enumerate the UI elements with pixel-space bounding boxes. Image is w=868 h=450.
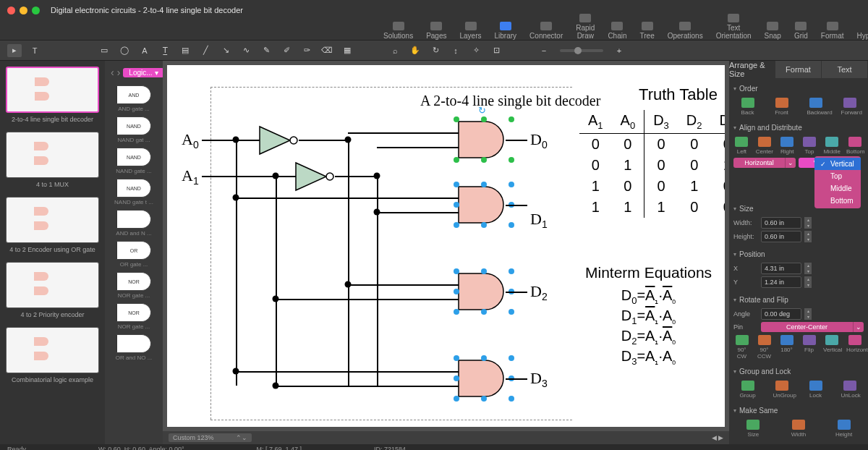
menu-solutions[interactable]: Solutions — [383, 22, 413, 40]
rotate-handle-icon[interactable]: ↻ — [478, 105, 488, 115]
valign-bottom[interactable]: Bottom — [814, 195, 861, 207]
zoom-tool[interactable]: ⌕ — [388, 44, 402, 57]
menu-hypernote[interactable]: Hypernote — [857, 22, 869, 40]
measure-tool[interactable]: ↕ — [448, 44, 463, 57]
inverter-a0[interactable] — [258, 124, 301, 156]
section-group[interactable]: Group and Lock — [733, 365, 864, 378]
section-position[interactable]: Position — [733, 248, 864, 260]
sameIcons-height[interactable]: Height — [835, 420, 853, 438]
canvas[interactable]: A 2-to-4 line single bit decoder A0 A1 — [167, 65, 725, 427]
width-input[interactable] — [761, 217, 801, 229]
x-stepper[interactable]: ▴▾ — [804, 263, 812, 274]
valign-vertical[interactable]: ✓Vertical — [814, 158, 861, 170]
minimize-icon[interactable] — [20, 7, 27, 14]
valign-top[interactable]: Top — [814, 170, 861, 182]
groupIcons-unlock[interactable]: UnLock — [841, 381, 859, 399]
menu-connector[interactable]: Connector — [529, 22, 563, 40]
library-shape[interactable]: NANDNAND gate t ... — [108, 179, 160, 205]
y-stepper[interactable]: ▴▾ — [804, 276, 812, 288]
library-shape[interactable]: NORNOR gate ... — [108, 272, 160, 299]
pin-select[interactable]: Center-Center — [761, 322, 854, 332]
pin-dropdown-icon[interactable]: ⌄ — [854, 322, 864, 332]
text-box-tool[interactable]: T̲ — [158, 44, 172, 57]
zoom-in-button[interactable]: + — [612, 44, 626, 57]
brush-tool[interactable]: ✑ — [299, 44, 314, 57]
library-shape[interactable]: OR and NO ... — [108, 334, 160, 361]
section-order[interactable]: Order — [733, 82, 864, 95]
rotIcons-90-cw[interactable]: 90° CW — [733, 335, 750, 360]
and-gate-d0[interactable] — [456, 119, 511, 160]
page-thumb[interactable]: 4 to 1 MUX — [6, 132, 99, 188]
rotIcons-horizontal[interactable]: Horizontal — [846, 335, 864, 360]
library-shape[interactable]: ANDAND gate ... — [108, 85, 160, 112]
sameIcons-width[interactable]: Width — [790, 420, 807, 438]
menu-snap[interactable]: Snap — [765, 22, 781, 40]
menu-chain[interactable]: Chain — [608, 22, 626, 40]
lib-back-icon[interactable]: ‹ — [111, 67, 114, 78]
angle-input[interactable] — [761, 308, 801, 320]
align-horizontal-button[interactable]: Horizontal — [733, 158, 786, 168]
alignIcons-bottom[interactable]: Bottom — [846, 137, 864, 155]
x-input[interactable] — [761, 263, 801, 274]
rotIcons-flip[interactable]: Flip — [801, 335, 817, 360]
height-stepper[interactable]: ▴▾ — [804, 231, 812, 242]
menu-library[interactable]: Library — [495, 22, 517, 40]
library-shape[interactable]: NANDNAND gat ... — [108, 116, 160, 143]
rotate-tool[interactable]: ↻ — [428, 44, 443, 57]
rotIcons-vertical[interactable]: Vertical — [823, 335, 841, 360]
valign-middle[interactable]: Middle — [814, 182, 861, 195]
page-thumb[interactable]: Combinatorial logic example — [6, 327, 99, 383]
orderIcons-backward[interactable]: Backward — [807, 98, 825, 116]
library-shape[interactable]: NORNOR gate ... — [108, 303, 160, 330]
page-thumb[interactable]: 4 to 2 Encoder using OR gate — [6, 197, 99, 253]
page-thumb[interactable]: 4 to 2 Priority encoder — [6, 262, 99, 318]
pen-tool[interactable]: ✎ — [259, 44, 273, 57]
and-gate-d3[interactable] — [456, 358, 511, 399]
y-input[interactable] — [761, 276, 801, 288]
orderIcons-front[interactable]: Front — [773, 98, 791, 116]
groupIcons-lock[interactable]: Lock — [807, 381, 825, 399]
menu-operations[interactable]: Operations — [668, 22, 703, 40]
zoom-select[interactable]: Custom 123%⌃⌄ — [169, 433, 252, 442]
section-rotate[interactable]: Rotate and Flip — [733, 294, 864, 306]
library-shape[interactable]: OROR gate ... — [108, 241, 160, 268]
section-align[interactable]: Align and Distribute — [733, 122, 864, 134]
close-icon[interactable] — [7, 7, 15, 14]
pointer-tool[interactable]: ▸ — [7, 44, 22, 57]
tab-text[interactable]: Text — [822, 61, 868, 78]
canvas-scroll-icons[interactable]: ◀▶ — [712, 434, 723, 441]
alignIcons-center[interactable]: Center — [756, 137, 773, 155]
ellipse-tool[interactable]: ◯ — [117, 44, 132, 57]
menu-tree[interactable]: Tree — [640, 22, 655, 40]
menu-rapid-draw[interactable]: Rapid Draw — [576, 14, 595, 40]
section-makesame[interactable]: Make Same — [733, 404, 864, 417]
sameIcons-size[interactable]: Size — [744, 420, 762, 438]
and-gate-d2[interactable] — [456, 271, 511, 312]
width-stepper[interactable]: ▴▾ — [804, 217, 812, 229]
rotIcons-90-ccw[interactable]: 90° CCW — [756, 335, 773, 360]
lib-fwd-icon[interactable]: › — [117, 67, 121, 78]
zoom-out-button[interactable]: − — [537, 44, 551, 57]
menu-format[interactable]: Format — [821, 22, 844, 40]
height-input[interactable] — [761, 231, 801, 242]
callout-tool[interactable]: ▤ — [178, 44, 192, 57]
alignIcons-middle[interactable]: Middle — [823, 137, 841, 155]
groupIcons-group[interactable]: Group — [739, 381, 757, 399]
wand-tool[interactable]: ✧ — [469, 44, 483, 57]
font-tool[interactable]: A — [137, 44, 152, 57]
line-tool[interactable]: ╱ — [198, 44, 213, 57]
tab-format[interactable]: Format — [775, 61, 822, 78]
arrow-tool[interactable]: ↘ — [218, 44, 233, 57]
menu-text-orientation[interactable]: Text Orientation — [716, 14, 752, 40]
rotIcons-180-[interactable]: 180° — [778, 335, 795, 360]
eraser-tool[interactable]: ⌫ — [320, 44, 334, 57]
rect-tool[interactable]: ▭ — [97, 44, 111, 57]
curve-tool[interactable]: ∿ — [239, 44, 253, 57]
tab-arrange[interactable]: Arrange & Size — [729, 61, 775, 78]
and-gate-d1[interactable] — [456, 184, 511, 225]
crop-tool[interactable]: ⊡ — [489, 44, 503, 57]
maximize-icon[interactable] — [32, 7, 40, 14]
menu-grid[interactable]: Grid — [794, 22, 808, 40]
alignIcons-top[interactable]: Top — [801, 137, 818, 155]
library-shape[interactable]: NANDNAND gate ... — [108, 148, 160, 174]
